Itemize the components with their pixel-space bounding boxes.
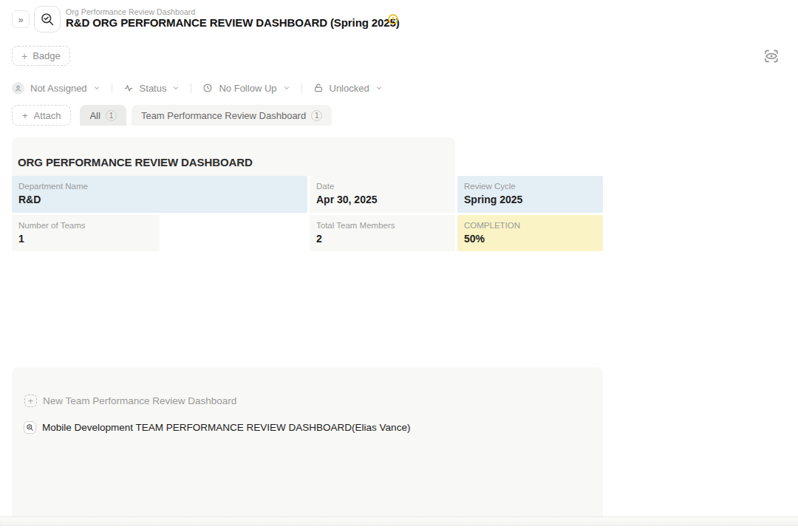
collapse-sidebar-button[interactable]: » xyxy=(12,10,30,28)
chevrons-right-icon: » xyxy=(18,14,23,25)
status-filter[interactable]: Status xyxy=(123,83,180,94)
tab-all-count: 1 xyxy=(106,110,117,121)
chevron-down-icon xyxy=(172,84,180,92)
divider xyxy=(191,83,191,93)
attach-button[interactable]: + Attach xyxy=(12,105,71,126)
pulse-icon xyxy=(123,83,134,93)
field-value[interactable]: R&D xyxy=(18,194,301,205)
status-filter-label: Status xyxy=(140,83,167,94)
chevron-down-icon xyxy=(283,84,290,92)
field-department-name[interactable]: Department Name R&D xyxy=(12,176,307,213)
attach-button-label: Attach xyxy=(34,110,61,121)
follow-up-filter[interactable]: No Follow Up xyxy=(202,83,290,94)
children-panel xyxy=(12,367,603,516)
field-date[interactable]: Date Apr 30, 2025 xyxy=(310,176,455,213)
list-item-team-dashboard[interactable]: Mobile Development TEAM PERFORMANCE REVI… xyxy=(24,421,410,434)
plus-square-dashed-icon: + xyxy=(24,395,37,407)
page-title: R&D ORG PERFORMANCE REVIEW DASHBOARD (Sp… xyxy=(66,16,400,29)
chevron-down-icon xyxy=(93,84,100,92)
unlock-icon xyxy=(313,83,324,93)
field-label: Date xyxy=(316,182,449,191)
assignee-filter-label: Not Assigned xyxy=(30,83,87,94)
lock-toggle-label: Unlocked xyxy=(330,83,369,94)
node-toolbar: Not Assigned Status No Follow Up xyxy=(12,79,383,97)
tab-team-performance-review-dashboard[interactable]: Team Performance Review Dashboard 1 xyxy=(132,105,332,126)
search-check-icon xyxy=(40,12,55,27)
field-value[interactable]: Apr 30, 2025 xyxy=(316,194,449,205)
field-number-of-teams[interactable]: Number of Teams 1 xyxy=(12,215,160,251)
breadcrumb[interactable]: Org Performance Review Dashboard xyxy=(66,7,195,16)
reminder-clock-icon[interactable] xyxy=(387,13,399,25)
plus-icon: + xyxy=(21,50,27,62)
chevron-down-icon xyxy=(375,84,383,92)
app-window: » Org Performance Review Dashboard R&D O… xyxy=(0,0,798,532)
list-item-label: Mobile Development TEAM PERFORMANCE REVI… xyxy=(42,422,410,433)
field-label: Review Cycle xyxy=(464,182,596,191)
divider xyxy=(112,83,112,93)
search-icon xyxy=(24,421,36,434)
new-team-dashboard-button[interactable]: + New Team Performance Review Dashboard xyxy=(24,395,236,407)
tab-team-count: 1 xyxy=(311,110,322,121)
new-team-dashboard-label: New Team Performance Review Dashboard xyxy=(43,395,236,406)
field-value[interactable]: Spring 2025 xyxy=(464,194,596,205)
person-icon xyxy=(12,82,24,95)
preview-eye-button[interactable] xyxy=(761,46,782,66)
plus-icon: + xyxy=(22,110,28,121)
field-label: Department Name xyxy=(18,182,301,191)
field-label: Number of Teams xyxy=(18,221,153,230)
field-value[interactable]: 1 xyxy=(18,233,153,245)
attachment-tabs: + Attach All 1 Team Performance Review D… xyxy=(12,105,332,126)
tab-all[interactable]: All 1 xyxy=(80,105,126,126)
tab-team-label: Team Performance Review Dashboard xyxy=(141,110,306,121)
bottom-drop-zone xyxy=(0,516,798,526)
add-badge-button[interactable]: + Badge xyxy=(12,46,70,66)
node-type-button[interactable] xyxy=(34,6,61,33)
clock-icon xyxy=(202,83,213,93)
field-review-cycle[interactable]: Review Cycle Spring 2025 xyxy=(457,176,603,213)
dashboard-heading: ORG PERFORMANCE REVIEW DASHBOARD xyxy=(18,156,253,168)
follow-up-filter-label: No Follow Up xyxy=(219,83,276,94)
tab-all-label: All xyxy=(89,110,100,121)
badge-button-label: Badge xyxy=(33,50,61,61)
lock-toggle[interactable]: Unlocked xyxy=(313,83,383,94)
field-label: Total Team Members xyxy=(316,221,449,230)
eye-scan-icon xyxy=(763,47,780,65)
field-total-team-members[interactable]: Total Team Members 2 xyxy=(310,215,455,251)
field-value[interactable]: 2 xyxy=(316,233,449,245)
field-value[interactable]: 50% xyxy=(464,233,596,245)
assignee-filter[interactable]: Not Assigned xyxy=(12,82,100,95)
field-label: COMPLETION xyxy=(464,221,596,230)
field-completion[interactable]: COMPLETION 50% xyxy=(457,215,603,251)
divider xyxy=(301,83,302,93)
